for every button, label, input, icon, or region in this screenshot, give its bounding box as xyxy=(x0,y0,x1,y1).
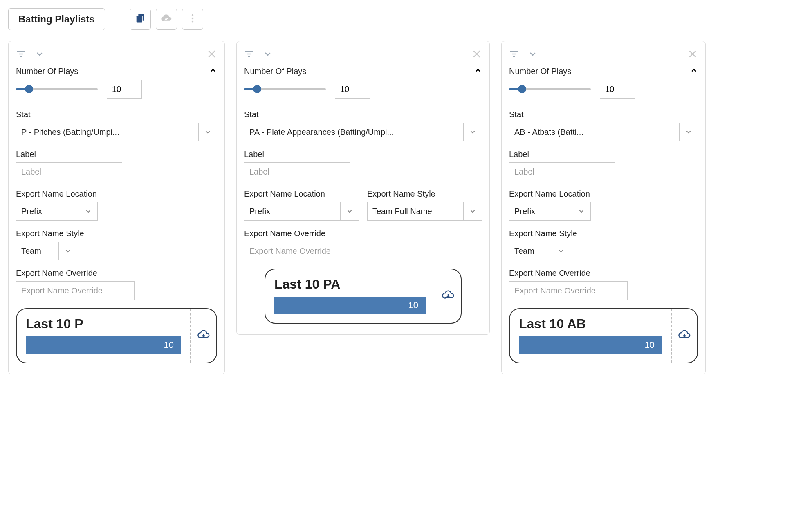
eno-heading: Export Name Override xyxy=(16,269,217,278)
preview-title: Last 10 P xyxy=(26,316,181,331)
enl-select[interactable]: Prefix xyxy=(16,202,98,221)
playlist-card: Number Of Plays Stat AB - Atbats (Batti.… xyxy=(501,41,706,374)
svg-rect-0 xyxy=(136,16,142,22)
plays-label: Number Of Plays xyxy=(509,67,571,76)
ens-heading: Export Name Style xyxy=(16,229,217,238)
preview-title: Last 10 AB xyxy=(519,316,662,331)
enl-heading: Export Name Location xyxy=(16,189,217,199)
plays-slider[interactable] xyxy=(16,85,98,93)
ens-heading: Export Name Style xyxy=(509,229,698,238)
label-label: Label xyxy=(244,150,482,159)
stat-label: Stat xyxy=(244,110,482,119)
enl-heading: Export Name Location xyxy=(244,189,359,199)
stat-select[interactable]: P - Pitches (Batting/Umpi... xyxy=(16,123,217,141)
ens-select[interactable]: Team xyxy=(509,242,570,260)
playlist-card: Number Of Plays Stat P - Pitches (Battin… xyxy=(8,41,225,374)
plays-slider[interactable] xyxy=(244,85,326,93)
preview-bar: 10 xyxy=(274,297,426,314)
plays-label: Number Of Plays xyxy=(16,67,78,76)
duplicate-button[interactable] xyxy=(130,9,151,30)
label-input[interactable] xyxy=(509,162,615,181)
stat-label: Stat xyxy=(16,110,217,119)
ens-heading: Export Name Style xyxy=(367,189,482,199)
filter-icon[interactable] xyxy=(244,49,254,61)
filter-icon[interactable] xyxy=(16,49,26,61)
download-button[interactable] xyxy=(671,309,697,363)
playlist-card: Number Of Plays Stat PA - Plate Appearan… xyxy=(236,41,490,335)
label-label: Label xyxy=(509,150,698,159)
preview-tile: Last 10 P 10 xyxy=(16,308,217,363)
cloud-check-icon xyxy=(161,13,172,26)
preview-tile: Last 10 AB 10 xyxy=(509,308,698,363)
label-input[interactable] xyxy=(244,162,350,181)
enl-heading: Export Name Location xyxy=(509,189,698,199)
stat-select[interactable]: AB - Atbats (Batti... xyxy=(509,123,698,141)
close-icon[interactable] xyxy=(206,49,217,61)
preview-bar: 10 xyxy=(519,336,662,354)
ens-select[interactable]: Team Full Name xyxy=(367,202,482,221)
svg-point-3 xyxy=(191,20,193,22)
preview-tile: Last 10 PA 10 xyxy=(265,269,462,324)
cloud-sync-button[interactable] xyxy=(156,9,177,30)
enl-select[interactable]: Prefix xyxy=(509,202,591,221)
svg-point-2 xyxy=(191,17,193,19)
eno-heading: Export Name Override xyxy=(509,269,698,278)
svg-point-1 xyxy=(191,14,193,16)
plays-slider[interactable] xyxy=(509,85,591,93)
label-input[interactable] xyxy=(16,162,122,181)
cloud-download-icon xyxy=(442,289,454,303)
label-label: Label xyxy=(16,150,217,159)
eno-input[interactable] xyxy=(16,281,135,300)
collapse-icon[interactable] xyxy=(690,66,698,76)
plays-input[interactable] xyxy=(600,80,635,99)
eno-input[interactable] xyxy=(509,281,628,300)
collapse-icon[interactable] xyxy=(474,66,482,76)
plays-input[interactable] xyxy=(335,80,370,99)
more-vertical-icon xyxy=(187,13,198,26)
cloud-download-icon xyxy=(678,329,691,343)
filter-icon[interactable] xyxy=(509,49,519,61)
stat-label: Stat xyxy=(509,110,698,119)
preview-bar: 10 xyxy=(26,336,181,354)
plays-label: Number Of Plays xyxy=(244,67,306,76)
collapse-icon[interactable] xyxy=(209,66,217,76)
cloud-download-icon xyxy=(197,329,210,343)
copy-icon xyxy=(135,13,146,26)
enl-select[interactable]: Prefix xyxy=(244,202,359,221)
chevron-down-icon[interactable] xyxy=(35,49,45,61)
chevron-down-icon[interactable] xyxy=(528,49,538,61)
preview-title: Last 10 PA xyxy=(274,277,426,292)
eno-heading: Export Name Override xyxy=(244,229,482,238)
chevron-down-icon[interactable] xyxy=(263,49,273,61)
close-icon[interactable] xyxy=(471,49,482,61)
more-button[interactable] xyxy=(182,9,203,30)
plays-input[interactable] xyxy=(107,80,142,99)
stat-select[interactable]: PA - Plate Appearances (Batting/Umpi... xyxy=(244,123,482,141)
eno-input[interactable] xyxy=(244,242,379,260)
ens-select[interactable]: Team xyxy=(16,242,77,260)
download-button[interactable] xyxy=(435,269,461,323)
download-button[interactable] xyxy=(190,309,216,363)
page-title: Batting Playlists xyxy=(8,8,105,30)
close-icon[interactable] xyxy=(687,49,698,61)
